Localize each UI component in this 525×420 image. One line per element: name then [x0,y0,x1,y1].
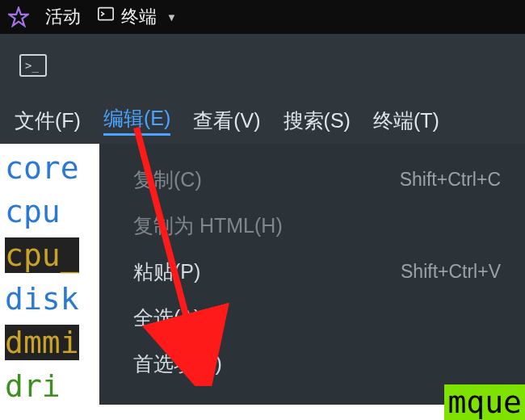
menu-file[interactable]: 文件(F) [15,107,81,134]
menu-paste-shortcut: Shift+Ctrl+V [401,261,501,283]
menu-preferences-label: 首选项(R) [133,351,222,377]
menu-paste[interactable]: 粘贴(P) Shift+Ctrl+V [99,249,525,295]
menu-copy-shortcut: Shift+Ctrl+C [400,169,501,191]
window-titlebar: >_ [0,34,525,97]
term-line: dmmi [5,325,79,360]
menu-select-all[interactable]: 全选(A) [99,295,525,341]
terminal-small-icon [97,6,115,27]
menu-select-all-label: 全选(A) [133,304,200,331]
term-line: disk [5,281,79,317]
term-line: dri [5,368,61,404]
app-name: 终端 [121,5,157,29]
term-line: core [5,150,79,186]
menubar: 文件(F) 编辑(E) 查看(V) 搜索(S) 终端(T) [0,97,525,144]
chevron-down-icon: ▼ [166,11,177,23]
menu-copy-html: 复制为 HTML(H) [99,203,525,249]
menu-paste-label: 粘贴(P) [133,258,200,285]
menu-edit[interactable]: 编辑(E) [103,105,170,136]
term-line: cpu_ [5,237,79,273]
menu-search[interactable]: 搜索(S) [284,107,351,134]
gnome-topbar: 活动 终端 ▼ [0,0,525,34]
term-fragment: mque [444,384,525,420]
menu-copy-label: 复制(C) [133,166,202,193]
app-indicator[interactable]: 终端 ▼ [97,5,177,29]
terminal-icon: >_ [19,54,47,77]
menu-view[interactable]: 查看(V) [193,107,260,134]
activities-icon [8,6,29,27]
menu-copy: 复制(C) Shift+Ctrl+C [99,157,525,203]
menu-copy-html-label: 复制为 HTML(H) [133,212,283,239]
menu-terminal[interactable]: 终端(T) [373,107,439,134]
activities-label[interactable]: 活动 [45,5,81,29]
svg-marker-1 [9,8,27,26]
term-line: cpu [5,194,61,229]
edit-menu-dropdown: 复制(C) Shift+Ctrl+C 复制为 HTML(H) 粘贴(P) Shi… [99,144,525,405]
menu-preferences[interactable]: 首选项(R) [99,341,525,387]
svg-rect-2 [99,8,113,20]
